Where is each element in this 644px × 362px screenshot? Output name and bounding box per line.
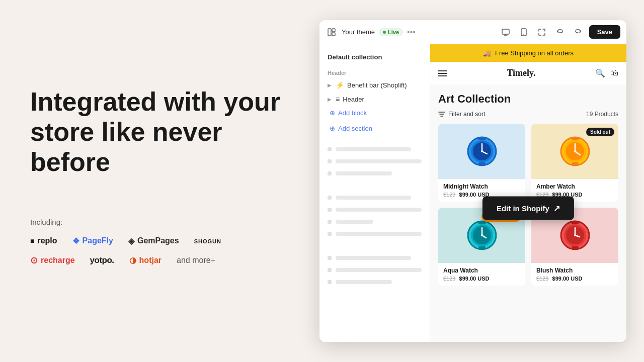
editor-topbar: Your theme Live ••• — [319, 20, 626, 44]
editor-body: Default collection Header ▶ ⚡ Benefit ba… — [319, 44, 626, 342]
svg-rect-16 — [572, 162, 579, 165]
original-price-aqua: $129 — [443, 276, 455, 282]
add-block-link[interactable]: ⊕ Add block — [319, 106, 430, 120]
recharge-icon: ⊙ — [30, 255, 38, 266]
mobile-icon[interactable] — [517, 25, 531, 39]
svg-rect-10 — [478, 162, 486, 165]
layout-icon — [326, 26, 338, 38]
nav-line-3 — [438, 75, 447, 76]
skeleton-line — [336, 268, 422, 272]
including-label: Including: — [30, 218, 282, 226]
gempages-label: GemPages — [137, 236, 179, 245]
original-price-blush: $129 — [536, 276, 548, 282]
skeleton-line — [336, 208, 422, 212]
right-panel: Your theme Live ••• — [302, 0, 644, 362]
skeleton-line — [336, 280, 392, 284]
skeleton-line — [336, 196, 411, 200]
logo-pagefly: ❖ PageFly — [72, 236, 113, 246]
banner-text: Free Shipping on all orders — [495, 49, 574, 57]
benefit-bar-label: Benefit bar (Shoplift) — [347, 81, 407, 89]
sold-out-badge: Sold out — [586, 128, 614, 136]
desktop-icon[interactable] — [499, 25, 513, 39]
undo-icon[interactable] — [553, 25, 567, 39]
svg-rect-3 — [502, 29, 509, 34]
edit-shopify-label: Edit in Shopify — [497, 204, 549, 212]
logo-shogun: shōgun — [194, 236, 221, 245]
watch-illustration-blush — [557, 218, 593, 253]
topbar-left: Your theme Live ••• — [326, 26, 494, 38]
filter-label: Filter and sort — [448, 111, 485, 118]
shipping-icon: 🚚 — [483, 49, 491, 57]
hotjar-label: hotjar — [139, 256, 162, 265]
original-price-midnight: $129 — [443, 192, 455, 198]
product-name-aqua: Aqua Watch — [443, 267, 520, 274]
add-section-label: Add section — [338, 125, 372, 132]
shogun-label: shōgun — [194, 236, 221, 245]
header-label: Header — [343, 96, 364, 103]
product-name-blush: Blush Watch — [536, 267, 613, 274]
product-info-aqua: Aqua Watch $129 $99.00 USD — [438, 263, 525, 286]
logos-row-2: ⊙ recharge yotpo. ◑ hotjar and more+ — [30, 255, 282, 266]
svg-rect-27 — [572, 221, 579, 224]
watch-illustration-aqua — [464, 218, 500, 253]
watch-illustration-midnight — [464, 134, 500, 169]
expand-icon[interactable] — [535, 25, 549, 39]
skeleton-line — [336, 232, 422, 236]
editor-sidebar: Default collection Header ▶ ⚡ Benefit ba… — [319, 44, 430, 342]
product-card-midnight-watch[interactable]: Midnight Watch $129 $99.00 USD — [438, 124, 525, 202]
andmore-label: and more+ — [177, 256, 215, 265]
hero-title: Integrated with your store like never be… — [30, 87, 282, 177]
hotjar-icon: ◑ — [129, 255, 136, 265]
store-preview: 🚚 Free Shipping on all orders Timely. 🔍 … — [430, 44, 626, 342]
cart-icon[interactable]: 🛍 — [610, 68, 618, 78]
nav-line-2 — [438, 73, 447, 74]
svg-point-5 — [523, 34, 524, 35]
save-button[interactable]: Save — [589, 25, 620, 39]
chevron-right-icon: ▶ — [328, 82, 332, 88]
store-nav: Timely. 🔍 🛍 — [430, 62, 626, 84]
add-section-link[interactable]: ⊕ Add section — [319, 122, 430, 135]
more-options-icon[interactable]: ••• — [407, 28, 416, 37]
skeleton-section-3 — [319, 250, 430, 294]
sale-price-aqua: $99.00 USD — [459, 276, 490, 282]
logo-yotpo: yotpo. — [90, 255, 114, 265]
live-dot — [383, 31, 386, 34]
recharge-label: recharge — [41, 256, 75, 265]
logo-andmore: and more+ — [177, 256, 215, 265]
redo-icon[interactable] — [571, 25, 585, 39]
sidebar-item-benefit-bar[interactable]: ▶ ⚡ Benefit bar (Shoplift) — [319, 78, 430, 92]
store-logo: Timely. — [507, 68, 535, 78]
svg-point-11 — [481, 150, 483, 152]
plus-icon-2: ⊕ — [330, 125, 335, 132]
logo-gempages: ◈ GemPages — [128, 236, 179, 246]
watch-illustration-amber — [557, 134, 593, 169]
store-nav-icons: 🔍 🛍 — [595, 68, 618, 78]
product-name-midnight: Midnight Watch — [443, 183, 520, 190]
svg-point-17 — [574, 150, 576, 152]
filter-sort-button[interactable]: Filter and sort — [438, 111, 485, 118]
benefit-bar-icon: ⚡ — [336, 81, 344, 89]
search-icon[interactable]: 🔍 — [595, 68, 605, 78]
product-price-blush: $129 $99.00 USD — [536, 276, 613, 282]
products-count: 19 Products — [586, 111, 618, 118]
edit-in-shopify-button[interactable]: Edit in Shopify ↗ — [482, 196, 574, 220]
svg-rect-21 — [478, 221, 486, 224]
filter-bar: Filter and sort 19 Products — [430, 111, 626, 124]
sidebar-item-header[interactable]: ▶ ≡ Header — [319, 92, 430, 106]
skeleton-line — [336, 159, 422, 163]
collection-title-display: Art Collection — [430, 84, 626, 111]
filter-icon — [438, 111, 445, 118]
cursor-icon: ↗ — [553, 203, 560, 213]
hamburger-menu-icon[interactable] — [438, 70, 447, 76]
plus-icon: ⊕ — [330, 109, 335, 117]
product-info-blush: Blush Watch $129 $99.00 USD — [531, 263, 618, 286]
add-block-label: Add block — [338, 109, 367, 117]
skeleton-section-2 — [319, 190, 430, 250]
sale-price-blush: $99.00 USD — [552, 276, 583, 282]
svg-rect-1 — [332, 29, 335, 32]
live-label: Live — [388, 29, 399, 35]
live-badge: Live — [379, 28, 403, 36]
product-card-amber-watch[interactable]: Sold out Am — [531, 124, 618, 202]
left-panel: Integrated with your store like never be… — [0, 0, 312, 362]
logos-row-1: ■ replo ❖ PageFly ◈ GemPages shōgun — [30, 236, 282, 246]
